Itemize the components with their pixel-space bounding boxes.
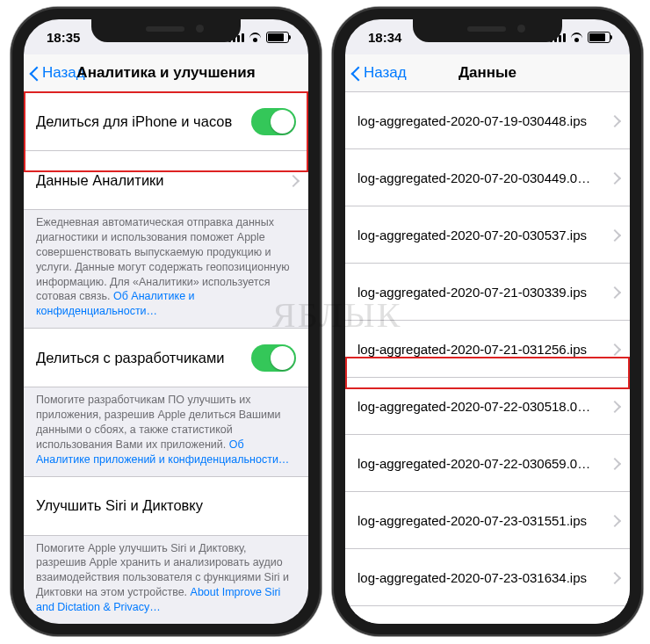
footer-analytics: Ежедневная автоматическая отправка данны… xyxy=(24,210,308,328)
status-time: 18:34 xyxy=(368,30,401,45)
file-name: log-aggregated-2020-07-23-031551.ips xyxy=(358,513,587,528)
file-name: log-aggregated-2020-07-22-030518.000.ips xyxy=(358,399,595,414)
file-name: log-aggregated-2020-07-21-031256.ips xyxy=(358,342,587,357)
back-button[interactable]: Назад xyxy=(345,64,407,82)
footer-developers: Помогите разработчикам ПО улучшить их пр… xyxy=(24,387,308,475)
chevron-right-icon xyxy=(610,344,618,355)
chevron-right-icon xyxy=(610,572,618,583)
notch xyxy=(91,19,241,42)
phone-right: 18:34 Назад Данные log-aggregated-2020-0… xyxy=(332,7,643,636)
nav-bar: Назад Аналитика и улучшения xyxy=(24,54,308,92)
status-time: 18:35 xyxy=(47,30,80,45)
back-button[interactable]: Назад xyxy=(24,64,85,82)
file-name: log-aggregated-2020-07-20-030537.ips xyxy=(358,228,587,242)
phone-left: 18:35 Назад Аналитика и улучшения xyxy=(11,7,321,636)
file-row[interactable]: log-aggregated-2020-07-21-031256.ips xyxy=(345,320,630,377)
chevron-right-icon xyxy=(610,229,618,241)
file-name: log-aggregated-2020-07-20-030449.000.ips xyxy=(358,170,595,185)
file-name: log-aggregated-2020-07-21-030339.ips xyxy=(358,285,587,300)
chevron-right-icon xyxy=(610,172,618,184)
file-name: log-aggregated-2020-07-22-030659.000.ips xyxy=(358,456,595,471)
nav-bar: Назад Данные xyxy=(345,54,630,92)
file-row[interactable]: log-aggregated-2020-07-23-031634.ips xyxy=(345,548,630,605)
row-label: Данные Аналитики xyxy=(36,172,164,189)
file-row[interactable]: log-aggregated-2020-07-19-030448.ips xyxy=(345,92,630,148)
chevron-right-icon xyxy=(610,286,618,298)
wifi-icon xyxy=(249,33,262,42)
notch xyxy=(413,19,562,42)
file-name: log-aggregated-2020-07-23-031634.ips xyxy=(358,570,587,585)
switch-share-developers[interactable] xyxy=(251,344,296,372)
file-row[interactable]: log-aggregated-2020-07-20-030449.000.ips xyxy=(345,148,630,206)
row-share-developers[interactable]: Делиться с разработчиками xyxy=(24,329,308,387)
battery-icon xyxy=(588,32,610,43)
row-label: Делиться с разработчиками xyxy=(36,350,224,366)
row-analytics-data[interactable]: Данные Аналитики xyxy=(24,150,308,209)
row-label: Улучшить Siri и Диктовку xyxy=(36,497,203,514)
chevron-left-icon xyxy=(29,64,40,82)
row-improve-siri[interactable]: Улучшить Siri и Диктовку xyxy=(24,477,308,535)
back-label: Назад xyxy=(364,64,407,82)
chevron-left-icon xyxy=(350,64,361,82)
file-row[interactable]: log-aggregated-2020-07-20-030537.ips xyxy=(345,206,630,263)
switch-share-iphone-watch[interactable] xyxy=(251,108,296,135)
row-share-iphone-watch[interactable]: Делиться для iPhone и часов xyxy=(24,92,308,150)
chevron-right-icon xyxy=(289,175,296,186)
row-label: Делиться для iPhone и часов xyxy=(36,113,232,130)
file-row[interactable]: log-aggregated-2020-07-21-030339.ips xyxy=(345,263,630,320)
back-label: Назад xyxy=(42,64,85,82)
wifi-icon xyxy=(570,33,583,42)
file-row[interactable]: log-aggregated-2020-07-23-031551.ips xyxy=(345,491,630,548)
chevron-right-icon xyxy=(610,515,618,526)
battery-icon xyxy=(266,32,289,43)
file-row[interactable]: log-aggregated-2020-07-22-030659.000.ips xyxy=(345,434,630,491)
file-row[interactable]: log-aggregated-2020-07-24-030018.ips xyxy=(345,605,630,624)
chevron-right-icon xyxy=(610,401,618,412)
chevron-right-icon xyxy=(610,458,618,469)
file-row[interactable]: log-aggregated-2020-07-22-030518.000.ips xyxy=(345,377,630,434)
footer-siri: Помогите Apple улучшить Siri и Диктовку,… xyxy=(24,536,308,624)
file-name: log-aggregated-2020-07-19-030448.ips xyxy=(358,113,587,128)
chevron-right-icon xyxy=(610,115,618,127)
